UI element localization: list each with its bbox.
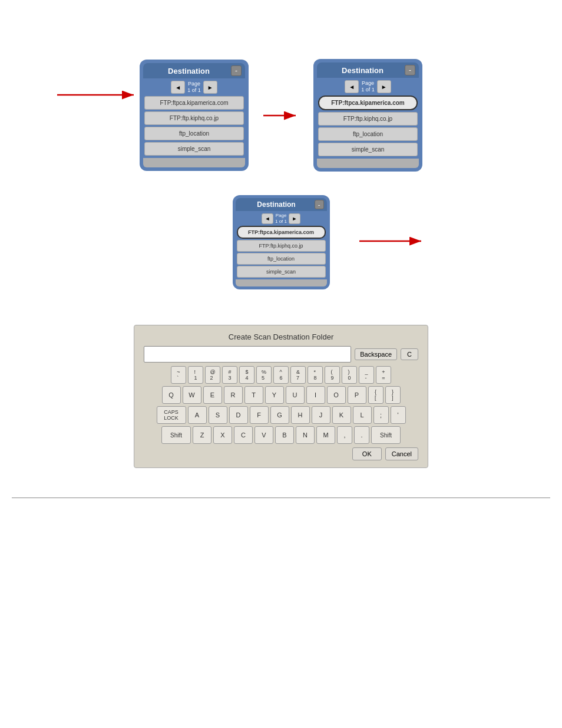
key-6[interactable]: ^6 xyxy=(273,366,289,384)
spacer xyxy=(144,447,349,460)
list-item[interactable]: simple_scan xyxy=(144,142,244,156)
key-lbracket[interactable]: {[ xyxy=(368,386,384,404)
list-item[interactable]: FTP:ftp.kiphq.co.jp xyxy=(144,111,244,125)
key-v[interactable]: V xyxy=(254,426,273,444)
key-shift-left[interactable]: Shift xyxy=(161,426,191,444)
key-8[interactable]: *8 xyxy=(308,366,323,384)
key-comma[interactable]: , xyxy=(337,426,352,444)
key-c[interactable]: C xyxy=(234,426,253,444)
clear-button[interactable]: C xyxy=(401,348,418,360)
key-j[interactable]: J xyxy=(312,406,330,424)
destination-panel-middle: Destination - ◄ Page 1 of 1 ► FTP:ftpca.… xyxy=(233,195,330,289)
next-btn-top-left[interactable]: ► xyxy=(203,81,217,94)
list-item[interactable]: FTP:ftpca.kipamerica.com xyxy=(318,95,418,110)
between-arrow-svg xyxy=(260,107,302,124)
key-tilde[interactable]: ~` xyxy=(171,366,186,384)
next-btn-middle[interactable]: ► xyxy=(289,213,300,224)
key-u[interactable]: U xyxy=(286,386,305,404)
key-g[interactable]: G xyxy=(270,406,289,424)
key-semicolon[interactable]: ; xyxy=(373,406,389,424)
keyboard-title: Create Scan Destnation Folder xyxy=(144,332,418,341)
prev-btn-middle[interactable]: ◄ xyxy=(262,213,273,224)
destination-panel-top-left: Destination - ◄ Page 1 of 1 ► FTP:ftpca.… xyxy=(140,60,249,171)
key-y[interactable]: Y xyxy=(265,386,284,404)
key-t[interactable]: T xyxy=(244,386,263,404)
dest-list-top-left: FTP:ftpca.kipamerica.com FTP:ftp.kiphq.c… xyxy=(143,96,245,156)
backspace-button[interactable]: Backspace xyxy=(355,348,397,360)
key-3[interactable]: #3 xyxy=(222,366,237,384)
key-4[interactable]: $4 xyxy=(239,366,254,384)
top-left-panel-wrapper: Destination - ◄ Page 1 of 1 ► FTP:ftpca.… xyxy=(140,60,249,171)
keyboard-input-row: Backspace C xyxy=(144,346,418,363)
list-item[interactable]: ftp_location xyxy=(144,127,244,140)
key-l[interactable]: L xyxy=(353,406,372,424)
middle-row: Destination - ◄ Page 1 of 1 ► FTP:ftpca.… xyxy=(233,195,330,289)
key-b[interactable]: B xyxy=(275,426,294,444)
top-section: Destination - ◄ Page 1 of 1 ► FTP:ftpca.… xyxy=(140,59,422,172)
dest-title-middle: Destination xyxy=(239,200,315,209)
next-btn-top-right[interactable]: ► xyxy=(377,80,391,93)
destination-panel-top-right: Destination - ◄ Page 1 of 1 ► FTP:ftpca.… xyxy=(313,59,422,172)
keyboard-row-1: ~` !1 @2 #3 $4 %5 ^6 &7 *8 (9 )0 _- += xyxy=(144,366,418,384)
key-n[interactable]: N xyxy=(296,426,315,444)
key-w[interactable]: W xyxy=(183,386,201,404)
dest-list-middle: FTP:ftpca.kipamerica.com FTP:ftp.kiphq.c… xyxy=(236,226,327,278)
page-info-top-right: Page 1 of 1 xyxy=(361,80,375,93)
key-period[interactable]: . xyxy=(354,426,369,444)
key-o[interactable]: O xyxy=(327,386,346,404)
key-1[interactable]: !1 xyxy=(188,366,203,384)
prev-btn-top-left[interactable]: ◄ xyxy=(171,81,185,94)
dest-header-middle: Destination - xyxy=(236,198,327,211)
dest-minus-top-right[interactable]: - xyxy=(405,65,415,75)
dest-nav-top-left: ◄ Page 1 of 1 ► xyxy=(143,81,245,94)
key-equals[interactable]: += xyxy=(376,366,391,384)
middle-arrow-svg xyxy=(356,229,427,253)
key-d[interactable]: D xyxy=(229,406,248,424)
dest-minus-top-left[interactable]: - xyxy=(231,65,242,76)
keyboard-text-input[interactable] xyxy=(144,346,351,363)
key-r[interactable]: R xyxy=(224,386,243,404)
list-item[interactable]: FTP:ftp.kiphq.co.jp xyxy=(237,240,326,252)
key-7[interactable]: &7 xyxy=(290,366,306,384)
key-rbracket[interactable]: }] xyxy=(385,386,401,404)
key-9[interactable]: (9 xyxy=(325,366,340,384)
ok-button[interactable]: OK xyxy=(352,447,382,460)
key-m[interactable]: M xyxy=(316,426,335,444)
key-q[interactable]: Q xyxy=(162,386,181,404)
dest-minus-middle[interactable]: - xyxy=(315,200,324,209)
key-x[interactable]: X xyxy=(213,426,232,444)
key-e[interactable]: E xyxy=(203,386,222,404)
list-item[interactable]: simple_scan xyxy=(237,266,326,278)
key-5[interactable]: %5 xyxy=(256,366,272,384)
list-item[interactable]: ftp_location xyxy=(237,253,326,265)
dest-nav-top-right: ◄ Page 1 of 1 ► xyxy=(317,80,419,93)
key-2[interactable]: @2 xyxy=(205,366,220,384)
list-item[interactable]: FTP:ftpca.kipamerica.com xyxy=(237,226,326,239)
prev-btn-top-right[interactable]: ◄ xyxy=(345,80,359,93)
key-f[interactable]: F xyxy=(250,406,269,424)
key-h[interactable]: H xyxy=(291,406,310,424)
key-i[interactable]: I xyxy=(306,386,325,404)
key-p[interactable]: P xyxy=(348,386,366,404)
list-item[interactable]: ftp_location xyxy=(318,127,418,141)
key-quote[interactable]: ' xyxy=(391,406,406,424)
list-item[interactable]: FTP:ftp.kiphq.co.jp xyxy=(318,112,418,126)
dest-footer-top-left xyxy=(143,158,245,167)
key-a[interactable]: A xyxy=(188,406,207,424)
key-s[interactable]: S xyxy=(209,406,227,424)
key-shift-right[interactable]: Shift xyxy=(371,426,401,444)
list-item[interactable]: FTP:ftpca.kipamerica.com xyxy=(144,96,244,110)
page-info-top-left: Page 1 of 1 xyxy=(187,81,201,94)
dest-header-top-left: Destination - xyxy=(143,63,245,78)
cancel-button[interactable]: Cancel xyxy=(385,447,418,460)
between-arrow xyxy=(260,107,302,124)
key-0[interactable]: )0 xyxy=(342,366,357,384)
key-k[interactable]: K xyxy=(332,406,351,424)
key-capslock[interactable]: CAPSLOCK xyxy=(157,406,186,424)
list-item[interactable]: simple_scan xyxy=(318,143,418,156)
main-container: Destination - ◄ Page 1 of 1 ► FTP:ftpca.… xyxy=(0,0,562,510)
key-z[interactable]: Z xyxy=(193,426,211,444)
key-minus[interactable]: _- xyxy=(359,366,374,384)
keyboard-row-2: Q W E R T Y U I O P {[ }] xyxy=(144,386,418,404)
left-arrow-svg xyxy=(51,71,146,118)
